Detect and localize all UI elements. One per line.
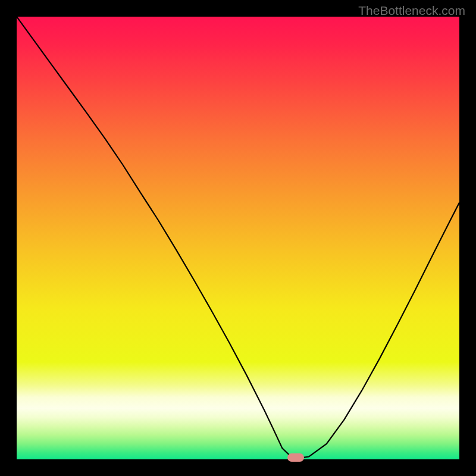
chart-svg [17,17,459,459]
optimal-point-marker [287,453,304,462]
attribution-watermark: TheBottleneck.com [358,4,465,18]
plot-area [17,17,459,459]
chart-background [17,17,459,459]
